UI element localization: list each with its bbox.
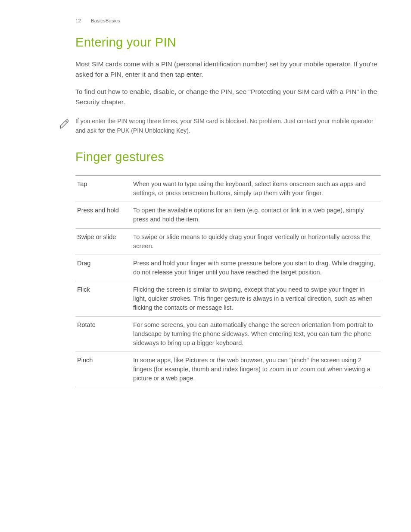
table-row: Swipe or slideTo swipe or slide means to… <box>75 228 381 255</box>
gesture-description: Press and hold your finger with some pre… <box>131 255 381 281</box>
gesture-term: Drag <box>75 255 131 281</box>
gesture-description: When you want to type using the keyboard… <box>131 176 381 202</box>
note-block: If you enter the PIN wrong three times, … <box>75 117 381 135</box>
gesture-term: Flick <box>75 281 131 316</box>
text-run: . <box>201 71 203 78</box>
pencil-icon <box>59 118 71 131</box>
note-text: If you enter the PIN wrong three times, … <box>75 117 381 135</box>
page-header: 12 BasicsBasics <box>75 18 381 23</box>
gesture-description: To open the available options for an ite… <box>131 202 381 228</box>
table-row: DragPress and hold your finger with some… <box>75 255 381 281</box>
table-row: FlickFlicking the screen is similar to s… <box>75 281 381 316</box>
table-row: PinchIn some apps, like Pictures or the … <box>75 352 381 387</box>
gesture-description: Flicking the screen is similar to swipin… <box>131 281 381 316</box>
gesture-term: Swipe or slide <box>75 228 131 255</box>
gesture-description: To swipe or slide means to quickly drag … <box>131 228 381 255</box>
heading-entering-pin: Entering your PIN <box>75 35 381 50</box>
gesture-term: Pinch <box>75 352 131 387</box>
text-run: Most SIM cards come with a PIN (personal… <box>75 60 377 78</box>
gestures-table: TapWhen you want to type using the keybo… <box>75 175 381 387</box>
table-row: RotateFor some screens, you can automati… <box>75 316 381 352</box>
page-number: 12 <box>75 18 81 23</box>
gesture-description: In some apps, like Pictures or the web b… <box>131 352 381 387</box>
body-paragraph: Most SIM cards come with a PIN (personal… <box>75 59 381 80</box>
gesture-description: For some screens, you can automatically … <box>131 316 381 352</box>
table-row: Press and holdTo open the available opti… <box>75 202 381 228</box>
gesture-term: Rotate <box>75 316 131 352</box>
gesture-term: Tap <box>75 176 131 202</box>
svg-line-0 <box>65 121 67 122</box>
table-row: TapWhen you want to type using the keybo… <box>75 176 381 202</box>
heading-finger-gestures: Finger gestures <box>75 150 381 164</box>
gesture-term: Press and hold <box>75 202 131 228</box>
page-content: 12 BasicsBasics Entering your PIN Most S… <box>0 0 411 387</box>
body-paragraph: To find out how to enable, disable, or c… <box>75 87 381 107</box>
breadcrumb: BasicsBasics <box>91 18 120 23</box>
text-strong: enter <box>187 71 201 78</box>
